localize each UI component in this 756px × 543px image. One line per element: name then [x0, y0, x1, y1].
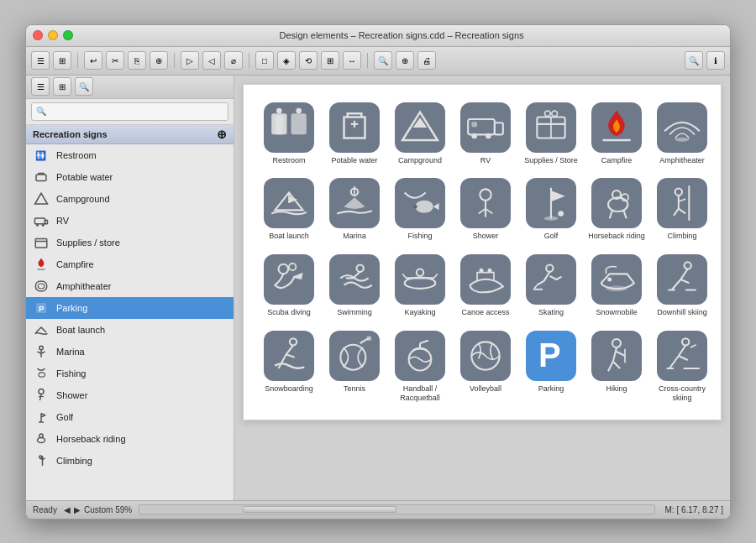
sidebar-grid-btn[interactable]: ⊞: [53, 77, 71, 96]
sidebar-item-potable-water[interactable]: Potable water: [26, 166, 234, 188]
icon-cell-kayaking[interactable]: Kayaking: [387, 249, 453, 322]
sidebar-item-label-campground: Campground: [56, 194, 110, 204]
toolbar-btn-14[interactable]: ↔: [343, 51, 361, 70]
icon-box-golf: [526, 178, 576, 228]
sidebar-item-shower[interactable]: Shower: [26, 384, 234, 406]
icon-cell-handball[interactable]: Handball / Racquetball: [387, 326, 453, 408]
icon-cell-snowmobile[interactable]: Snowmobile: [584, 249, 649, 322]
svg-marker-2: [35, 193, 48, 204]
icon-cell-potable-water[interactable]: Potable water: [322, 97, 387, 170]
sidebar-item-restroom[interactable]: 🚻Restroom: [26, 144, 234, 166]
nav-prev[interactable]: ◀: [64, 505, 71, 514]
toolbar-btn-15[interactable]: 🔍: [374, 51, 392, 70]
sidebar-item-parking[interactable]: PParking: [26, 297, 234, 319]
toolbar-btn-4[interactable]: ✂: [106, 51, 124, 70]
campfire-sidebar-icon: [33, 256, 50, 273]
minimize-button[interactable]: [48, 30, 58, 40]
icon-box-tennis: [329, 331, 380, 381]
toolbar-btn-search[interactable]: 🔍: [685, 51, 703, 70]
toolbar-btn-13[interactable]: ⊞: [321, 51, 339, 70]
icon-cell-boat-launch[interactable]: Boat launch: [256, 173, 322, 246]
sidebar-item-horseback-riding[interactable]: Horseback riding: [26, 428, 234, 450]
sidebar-item-label-rv: RV: [56, 216, 69, 226]
icon-cell-swimming[interactable]: Swimming: [322, 249, 387, 322]
sidebar-item-campfire[interactable]: Campfire: [26, 253, 234, 275]
icon-cell-cross-country[interactable]: Cross-country skiing: [649, 326, 715, 408]
icon-cell-supplies[interactable]: Supplies / Store: [518, 97, 584, 170]
icon-cell-campfire[interactable]: Campfire: [584, 97, 649, 170]
icon-cell-campground[interactable]: Campground: [387, 97, 453, 170]
icon-cell-fishing[interactable]: Fishing: [387, 173, 453, 246]
sidebar-list: 🚻RestroomPotable waterCampgroundRVSuppli…: [26, 144, 234, 500]
toolbar-btn-info[interactable]: ℹ: [706, 51, 725, 70]
icon-label-shower: Shower: [473, 232, 499, 241]
toolbar-btn-2[interactable]: ⊞: [53, 51, 71, 70]
icon-cell-amphitheater[interactable]: Amphitheater: [649, 97, 715, 170]
icon-cell-marina[interactable]: Marina: [322, 173, 387, 246]
toolbar-btn-10[interactable]: □: [255, 51, 274, 70]
icon-cell-restroom[interactable]: Restroom: [256, 97, 322, 170]
search-box[interactable]: 🔍: [31, 102, 228, 121]
toolbar-btn-1[interactable]: ☰: [31, 51, 50, 70]
maximize-button[interactable]: [63, 30, 73, 40]
toolbar-btn-8[interactable]: ◁: [202, 51, 221, 70]
svg-line-39: [486, 209, 492, 214]
sidebar-view-btn[interactable]: ☰: [31, 77, 50, 96]
sidebar-add-btn[interactable]: ⊕: [217, 128, 227, 141]
close-button[interactable]: [33, 30, 43, 40]
icon-cell-skating[interactable]: Skating: [518, 249, 584, 322]
sidebar-item-boat-launch[interactable]: Boat launch: [26, 319, 234, 341]
sidebar-item-amphitheater[interactable]: Amphitheater: [26, 275, 234, 297]
icon-cell-snowboarding[interactable]: Snowboarding: [256, 326, 322, 408]
icon-box-volleyball: [460, 331, 511, 381]
sidebar-item-rv[interactable]: RV: [26, 210, 234, 232]
toolbar-btn-12[interactable]: ⟲: [299, 51, 318, 70]
icon-cell-hiking[interactable]: Hiking: [584, 326, 649, 408]
icon-cell-volleyball[interactable]: Volleyball: [453, 326, 518, 408]
icon-label-climbing: Climbing: [667, 232, 696, 241]
sidebar-search-btn[interactable]: 🔍: [75, 77, 93, 96]
scrollbar-thumb[interactable]: [243, 506, 397, 513]
sidebar-item-campground[interactable]: Campground: [26, 188, 234, 210]
canvas-scroll[interactable]: Restroom Potable water Campground RV Sup…: [234, 76, 730, 500]
scrollbar[interactable]: [139, 504, 654, 514]
toolbar-btn-9[interactable]: ⌀: [224, 51, 243, 70]
icon-cell-parking-blue[interactable]: P Parking: [518, 326, 584, 408]
icon-cell-canoe[interactable]: Canoe access: [453, 249, 518, 322]
sidebar-item-supplies-store[interactable]: Supplies / store: [26, 232, 234, 253]
supplies-sidebar-icon: [33, 234, 50, 251]
toolbar-btn-6[interactable]: ⊕: [150, 51, 168, 70]
sidebar-item-golf[interactable]: Golf: [26, 406, 234, 428]
icon-label-scuba: Scuba diving: [267, 308, 311, 317]
icon-cell-downhill[interactable]: Downhill skiing: [649, 249, 715, 322]
svg-point-30: [675, 137, 690, 141]
icon-cell-tennis[interactable]: Tennis: [322, 326, 387, 408]
sidebar-item-marina[interactable]: Marina: [26, 341, 234, 363]
toolbar-btn-11[interactable]: ◈: [277, 51, 296, 70]
sidebar-item-climbing[interactable]: Climbing: [26, 450, 234, 472]
toolbar-btn-17[interactable]: 🖨: [417, 51, 436, 70]
icon-cell-horseback[interactable]: Horseback riding: [584, 173, 649, 246]
icon-box-horseback: [591, 178, 642, 228]
rv-sidebar-icon: [33, 212, 50, 229]
icon-cell-rv[interactable]: RV: [453, 97, 518, 170]
icon-box-fishing: [395, 178, 445, 228]
icon-cell-shower[interactable]: Shower: [453, 173, 518, 246]
main-content: ☰ ⊞ 🔍 🔍 Recreation signs ⊕ 🚻RestroomPota…: [26, 76, 730, 500]
toolbar-sep-1: [77, 53, 78, 68]
icon-cell-scuba[interactable]: Scuba diving: [256, 249, 322, 322]
toolbar-sep-2: [174, 53, 175, 68]
icon-label-volleyball: Volleyball: [470, 384, 501, 394]
icon-cell-climbing[interactable]: Climbing: [649, 173, 715, 246]
toolbar-btn-5[interactable]: ⎘: [128, 51, 146, 70]
icon-box-potable-water: [329, 102, 380, 153]
nav-next[interactable]: ▶: [74, 505, 81, 514]
svg-point-29: [545, 111, 551, 117]
toolbar-btn-3[interactable]: ↩: [84, 51, 102, 70]
sidebar-item-fishing[interactable]: Fishing: [26, 363, 234, 384]
toolbar-btn-16[interactable]: ⊕: [396, 51, 414, 70]
toolbar: ☰ ⊞ ↩ ✂ ⎘ ⊕ ▷ ◁ ⌀ □ ◈ ⟲ ⊞ ↔ 🔍 ⊕ 🖨 🔍 ℹ: [26, 47, 730, 76]
toolbar-btn-7[interactable]: ▷: [181, 51, 199, 70]
horseback-sidebar-icon: [33, 431, 50, 447]
icon-cell-golf[interactable]: Golf: [518, 173, 584, 246]
